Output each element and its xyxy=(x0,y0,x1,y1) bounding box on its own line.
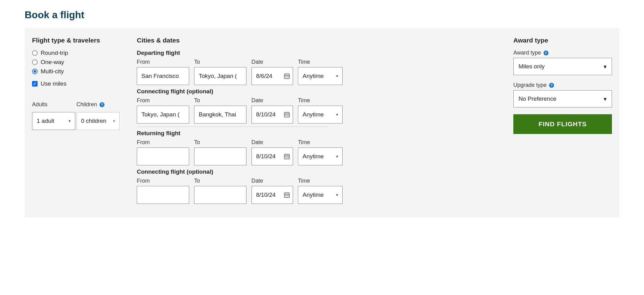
chevron-down-icon: ▾ xyxy=(69,119,71,123)
help-icon[interactable] xyxy=(544,51,548,55)
trip-type-round-trip[interactable]: Round-trip xyxy=(32,50,128,56)
segment-heading: Departing flight xyxy=(137,50,504,56)
from-input[interactable] xyxy=(137,148,189,165)
svg-rect-26 xyxy=(287,195,287,196)
date-label: Date xyxy=(251,97,293,104)
from-label: From xyxy=(137,139,189,146)
from-input[interactable]: Tokyo, Japan ( xyxy=(137,106,189,123)
from-input[interactable]: San Francisco xyxy=(137,67,189,85)
select-value: 0 children xyxy=(81,118,106,124)
date-input[interactable]: 8/6/24 xyxy=(251,67,293,85)
calendar-icon xyxy=(283,153,290,160)
radio-icon xyxy=(32,69,38,74)
to-label: To xyxy=(194,97,247,104)
from-label: From xyxy=(137,97,189,104)
time-select[interactable]: Anytime ▾ xyxy=(298,148,343,165)
segment-heading: Connecting flight (optional) xyxy=(137,88,504,95)
award-type-header: Award type xyxy=(513,37,612,44)
to-label: To xyxy=(194,178,247,184)
svg-rect-4 xyxy=(285,76,286,77)
calendar-icon xyxy=(283,111,290,118)
flight-type-header: Flight type & travelers xyxy=(32,37,128,44)
time-select[interactable]: Anytime ▾ xyxy=(298,186,343,204)
radio-label: One-way xyxy=(41,59,64,66)
time-label: Time xyxy=(298,97,343,104)
flight-segment: From To Date 8/10/24 xyxy=(137,178,504,204)
trip-type-multi-city[interactable]: Multi-city xyxy=(32,68,128,75)
flight-segment: From San Francisco To Tokyo, Japan ( Dat… xyxy=(137,59,504,85)
svg-rect-19 xyxy=(287,157,287,158)
date-input[interactable]: 8/10/24 xyxy=(251,148,293,165)
date-label: Date xyxy=(251,139,293,146)
time-label: Time xyxy=(298,178,343,184)
help-icon[interactable] xyxy=(100,102,104,107)
upgrade-type-label: Upgrade type xyxy=(513,82,612,88)
svg-rect-20 xyxy=(288,157,289,158)
chevron-down-icon: ▾ xyxy=(604,63,607,70)
radio-label: Multi-city xyxy=(41,68,64,75)
segment-heading: Returning flight xyxy=(137,130,504,137)
chevron-down-icon: ▾ xyxy=(113,119,115,123)
time-select[interactable]: Anytime ▾ xyxy=(298,67,343,85)
flight-segment: From Tokyo, Japan ( To Bangkok, Thai Dat… xyxy=(137,97,504,123)
page-title: Book a flight xyxy=(25,9,619,21)
select-value: 1 adult xyxy=(37,118,54,124)
from-input[interactable] xyxy=(137,186,189,204)
award-type-select[interactable]: Miles only ▾ xyxy=(513,58,612,75)
svg-rect-6 xyxy=(288,76,289,77)
svg-rect-0 xyxy=(284,74,290,79)
date-input[interactable]: 8/10/24 xyxy=(251,106,293,123)
cities-dates-header: Cities & dates xyxy=(137,37,504,44)
adults-select[interactable]: 1 adult ▾ xyxy=(32,112,75,130)
chevron-down-icon: ▾ xyxy=(336,154,338,159)
to-input[interactable] xyxy=(194,148,247,165)
svg-rect-5 xyxy=(287,76,287,77)
calendar-icon xyxy=(283,192,290,198)
radio-icon xyxy=(32,50,38,56)
trip-type-one-way[interactable]: One-way xyxy=(32,59,128,66)
radio-label: Round-trip xyxy=(41,50,68,56)
time-label: Time xyxy=(298,59,343,65)
time-select[interactable]: Anytime ▾ xyxy=(298,106,343,123)
to-label: To xyxy=(194,59,247,65)
to-input[interactable]: Bangkok, Thai xyxy=(194,106,247,123)
help-icon[interactable] xyxy=(549,83,554,88)
svg-rect-13 xyxy=(288,115,289,116)
to-label: To xyxy=(194,139,247,146)
children-select[interactable]: 0 children ▾ xyxy=(76,112,120,130)
svg-rect-11 xyxy=(285,115,286,116)
chevron-down-icon: ▾ xyxy=(336,193,338,197)
find-flights-button[interactable]: FIND FLIGHTS xyxy=(513,114,612,134)
segment-heading: Connecting flight (optional) xyxy=(137,168,504,175)
svg-rect-21 xyxy=(284,193,290,198)
check-icon xyxy=(32,81,38,87)
segment-divider xyxy=(137,127,328,127)
calendar-icon xyxy=(283,73,290,79)
checkbox-label: Use miles xyxy=(41,80,66,87)
flight-segment: From To Date 8/10/24 xyxy=(137,139,504,165)
to-input[interactable]: Tokyo, Japan ( xyxy=(194,67,247,85)
award-type-label: Award type xyxy=(513,50,612,56)
use-miles-checkbox[interactable]: Use miles xyxy=(32,80,128,87)
chevron-down-icon: ▾ xyxy=(604,95,607,103)
svg-rect-12 xyxy=(287,115,287,116)
children-label: Children xyxy=(76,101,104,108)
svg-rect-27 xyxy=(288,195,289,196)
svg-rect-25 xyxy=(285,195,286,196)
booking-panel: Flight type & travelers Round-trip One-w… xyxy=(25,28,619,217)
to-input[interactable] xyxy=(194,186,247,204)
from-label: From xyxy=(137,59,189,65)
select-value: No Preference xyxy=(519,95,556,102)
svg-rect-18 xyxy=(285,157,286,158)
time-label: Time xyxy=(298,139,343,146)
select-value: Miles only xyxy=(519,63,544,70)
date-label: Date xyxy=(251,59,293,65)
adults-label: Adults xyxy=(32,101,75,108)
from-label: From xyxy=(137,178,189,184)
date-label: Date xyxy=(251,178,293,184)
chevron-down-icon: ▾ xyxy=(336,112,338,117)
upgrade-type-select[interactable]: No Preference ▾ xyxy=(513,90,612,107)
chevron-down-icon: ▾ xyxy=(336,74,338,78)
date-input[interactable]: 8/10/24 xyxy=(251,186,293,204)
radio-icon xyxy=(32,59,38,65)
